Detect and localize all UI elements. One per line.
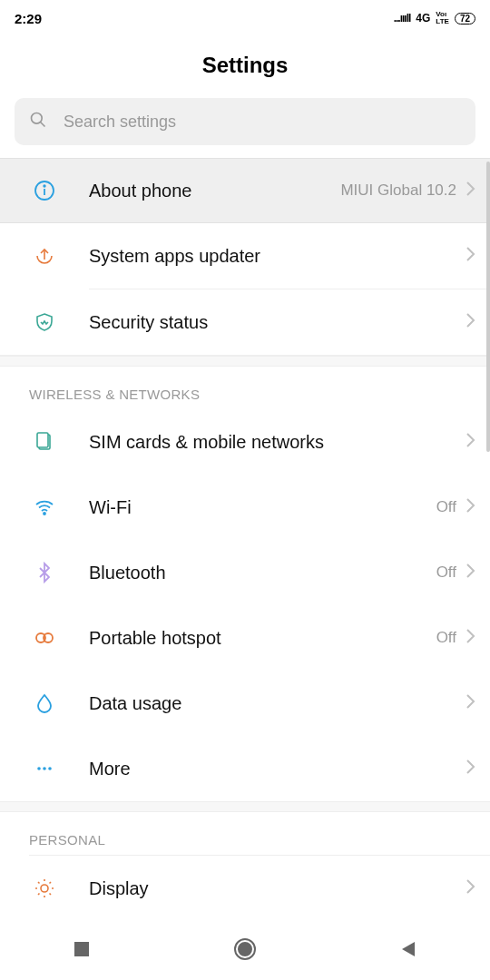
status-bar: 2:29 ...ıııll 4G Voı LTE 72 (0, 0, 490, 36)
display-label: Display (89, 878, 466, 899)
svg-point-7 (44, 513, 45, 514)
droplet-icon (0, 692, 89, 714)
status-indicators: ...ıııll 4G Voı LTE 72 (394, 11, 475, 25)
navigation-bar (0, 918, 490, 980)
chevron-right-icon (466, 432, 475, 452)
shield-icon (0, 311, 89, 333)
svg-line-1 (41, 122, 45, 127)
sim-icon (0, 431, 89, 453)
bluetooth-icon (0, 562, 89, 583)
home-button[interactable] (218, 931, 272, 967)
svg-point-4 (44, 185, 45, 187)
bluetooth-label: Bluetooth (89, 563, 436, 583)
battery-indicator: 72 (455, 13, 475, 24)
search-box[interactable] (15, 98, 475, 145)
security-status-row[interactable]: Security status (0, 289, 490, 355)
about-phone-value: MIUI Global 10.2 (340, 181, 456, 200)
chevron-right-icon (466, 312, 475, 332)
sim-label: SIM cards & mobile networks (89, 432, 466, 453)
signal-icon: ...ıııll (394, 12, 411, 24)
updater-label: System apps updater (89, 246, 466, 267)
svg-rect-14 (74, 942, 89, 956)
sun-icon (0, 877, 89, 899)
svg-point-16 (239, 943, 251, 956)
hotspot-icon (0, 627, 89, 649)
display-row[interactable]: Display (0, 856, 490, 921)
wifi-row[interactable]: Wi-Fi Off (0, 475, 490, 540)
wifi-value: Off (436, 498, 456, 516)
security-label: Security status (89, 312, 466, 333)
hotspot-label: Portable hotspot (89, 628, 436, 649)
chevron-right-icon (466, 878, 475, 898)
more-row[interactable]: More (0, 736, 490, 801)
page-header: Settings (0, 36, 490, 91)
svg-point-12 (48, 767, 52, 770)
network-type: 4G (416, 12, 430, 24)
hotspot-row[interactable]: Portable hotspot Off (0, 605, 490, 671)
chevron-right-icon (466, 693, 475, 713)
page-title: Settings (0, 53, 490, 78)
wireless-section-header: WIRELESS & NETWORKS (0, 367, 490, 409)
sim-cards-row[interactable]: SIM cards & mobile networks (0, 409, 490, 475)
status-time: 2:29 (15, 11, 42, 26)
chevron-right-icon (466, 246, 475, 266)
svg-point-0 (32, 113, 43, 124)
svg-point-10 (37, 767, 41, 770)
more-label: More (89, 759, 466, 779)
svg-marker-17 (402, 942, 415, 956)
personal-section-header: PERSONAL (0, 812, 490, 855)
info-icon (0, 180, 89, 201)
data-usage-label: Data usage (89, 693, 466, 714)
svg-rect-6 (37, 433, 48, 447)
svg-point-11 (43, 767, 46, 770)
bluetooth-row[interactable]: Bluetooth Off (0, 540, 490, 605)
recent-apps-button[interactable] (54, 931, 109, 967)
search-input[interactable] (64, 113, 461, 132)
back-button[interactable] (381, 931, 436, 967)
chevron-right-icon (466, 181, 475, 201)
more-icon (0, 758, 89, 779)
chevron-right-icon (466, 497, 475, 517)
chevron-right-icon (466, 563, 475, 583)
hotspot-value: Off (436, 629, 456, 647)
chevron-right-icon (466, 628, 475, 648)
wifi-label: Wi-Fi (89, 497, 436, 518)
wifi-icon (0, 496, 89, 518)
system-apps-updater-row[interactable]: System apps updater (0, 223, 490, 289)
search-icon (29, 111, 47, 132)
chevron-right-icon (466, 759, 475, 779)
svg-point-13 (41, 885, 48, 892)
upload-icon (0, 245, 89, 267)
scroll-indicator[interactable] (486, 162, 490, 452)
volte-icon: Voı LTE (436, 11, 449, 25)
about-phone-row[interactable]: About phone MIUI Global 10.2 (0, 158, 490, 223)
about-phone-label: About phone (89, 181, 340, 201)
bluetooth-value: Off (436, 564, 456, 582)
data-usage-row[interactable]: Data usage (0, 671, 490, 736)
